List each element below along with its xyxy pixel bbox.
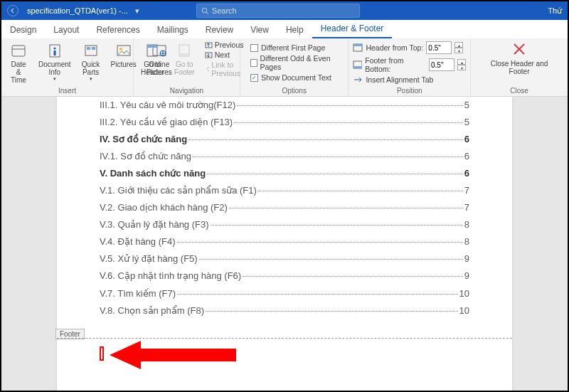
quick-parts-button[interactable]: Quick Parts▾ — [78, 41, 104, 85]
previous-button[interactable]: Previous — [205, 41, 244, 49]
toc-entry: IV. Sơ đồ chức năng 6 — [100, 131, 469, 148]
svg-rect-8 — [87, 47, 90, 50]
ribbon-tabs: DesignLayoutReferencesMailingsReviewView… — [1, 20, 568, 38]
annotation-arrow — [110, 339, 238, 371]
svg-rect-17 — [179, 53, 189, 56]
tab-view[interactable]: View — [242, 22, 277, 38]
tab-layout[interactable]: Layout — [45, 22, 87, 38]
svg-line-1 — [206, 12, 208, 14]
document-area[interactable]: III.1. Yêu câu vê môi trường(F12) 5III.2… — [1, 97, 568, 391]
document-info-button[interactable]: Document Info▾ — [36, 41, 74, 85]
different-first-page-checkbox[interactable]: Different First Page — [250, 43, 338, 52]
toc-entry: IV.1. Sơ đồ chức năng 6 — [100, 148, 469, 165]
search-icon — [201, 7, 209, 15]
svg-rect-15 — [147, 45, 157, 48]
tab-header-footer[interactable]: Header & Footer — [312, 21, 393, 38]
toc-entry: V.3. Quản lý đặt hàng (F3) 8 — [100, 216, 469, 233]
next-button[interactable]: Next — [205, 51, 244, 59]
toc-entry: V. Danh sách chức năng 6 — [100, 165, 469, 182]
title-bar: specification_QTDA(ver1) -... ▾ Search T… — [1, 1, 568, 20]
group-label: Insert — [6, 87, 129, 96]
toc-entry: V.8. Chọn sản phẩm (F8) 10 — [100, 302, 469, 319]
svg-point-0 — [202, 8, 206, 12]
goto-header-button[interactable]: Go to Header — [138, 41, 167, 78]
svg-rect-23 — [353, 66, 362, 68]
svg-point-5 — [53, 48, 55, 50]
tab-design[interactable]: Design — [1, 22, 45, 38]
toc-entry: V.5. Xử lý đặt hàng (F5) 9 — [100, 250, 469, 267]
back-icon[interactable] — [7, 5, 18, 16]
tab-review[interactable]: Review — [197, 22, 242, 38]
close-header-footer-button[interactable]: Close Header and Footer — [481, 41, 558, 75]
svg-rect-9 — [92, 47, 95, 50]
header-from-top-field[interactable]: Header from Top: ▴▾ — [353, 41, 466, 54]
date-time-button[interactable]: Date & Time — [6, 41, 31, 85]
title-dropdown-icon[interactable]: ▾ — [135, 6, 139, 16]
different-odd-even-checkbox[interactable]: Different Odd & Even Pages — [250, 54, 338, 71]
goto-footer-button: Go to Footer — [171, 41, 198, 78]
footer-from-bottom-field[interactable]: Footer from Bottom: ▴▾ — [353, 56, 466, 73]
ribbon: Date & Time Document Info▾ Quick Parts▾ … — [1, 38, 568, 97]
toc-entry: V.7. Tìm kiếm (F7) 10 — [100, 285, 469, 302]
show-document-text-checkbox[interactable]: ✓Show Document Text — [250, 73, 338, 82]
toc-entry: V.1. Giới thiệu các sản phẩm sữa (F1) 7 — [100, 182, 469, 199]
svg-point-11 — [119, 48, 122, 51]
svg-rect-6 — [53, 51, 55, 55]
document-title: specification_QTDA(ver1) -... — [27, 6, 128, 15]
svg-marker-24 — [110, 341, 236, 369]
toc-entry: V.4. Đặt hàng (F4) 8 — [100, 233, 469, 250]
toc-entry: III.2. Yêu cầu về giao diện (F13) 5 — [100, 114, 469, 131]
link-previous-button: Link to Previous — [205, 60, 244, 78]
toc-entry: V.6. Cập nhật tình trạng hàng (F6) 9 — [100, 267, 469, 285]
footer-separator — [57, 338, 512, 339]
tab-help[interactable]: Help — [277, 22, 312, 38]
tab-mailings[interactable]: Mailings — [149, 22, 197, 38]
user-info: Thứ — [548, 6, 562, 16]
tab-references[interactable]: References — [87, 22, 148, 38]
svg-rect-2 — [12, 46, 25, 56]
svg-rect-21 — [353, 44, 362, 46]
toc-entry: V.2. Giao dịch khách hàng (F2) 7 — [100, 199, 469, 216]
table-of-contents: III.1. Yêu câu vê môi trường(F12) 5III.2… — [100, 97, 469, 319]
search-input[interactable]: Search — [196, 4, 360, 18]
toc-entry: III.1. Yêu câu vê môi trường(F12) 5 — [100, 97, 469, 114]
footer-cursor[interactable] — [100, 346, 104, 361]
insert-alignment-tab-button[interactable]: Insert Alignment Tab — [353, 75, 466, 84]
page: III.1. Yêu câu vê môi trường(F12) 5III.2… — [57, 97, 512, 391]
